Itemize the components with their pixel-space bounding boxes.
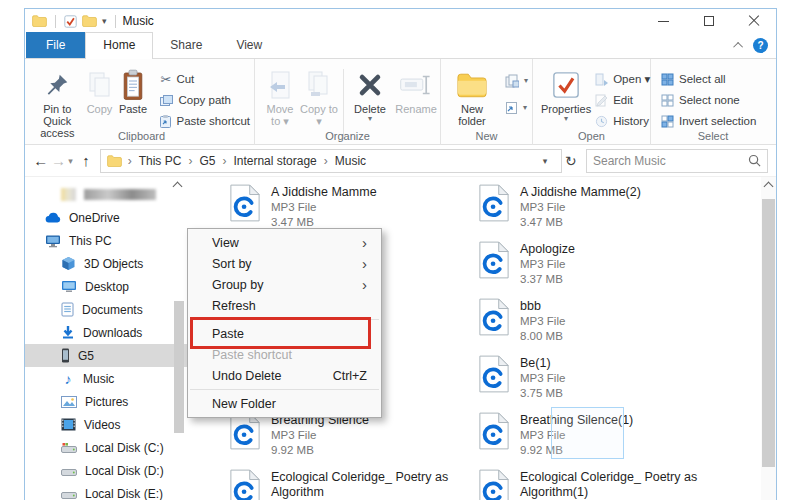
vertical-scrollbar[interactable] xyxy=(761,177,776,500)
back-button[interactable]: ← xyxy=(33,149,49,173)
file-item[interactable]: bbb MP3 File 8.00 MB xyxy=(478,298,565,344)
collapse-ribbon-icon[interactable] xyxy=(733,42,743,52)
help-icon[interactable]: ? xyxy=(753,38,768,53)
clipboard-icon xyxy=(120,67,146,103)
delete-button[interactable]: Delete ▾ xyxy=(348,65,392,123)
menu-item-undo-delete[interactable]: Undo Delete Ctrl+Z xyxy=(188,365,381,386)
close-button[interactable] xyxy=(731,9,776,33)
select-all-button[interactable]: Select all xyxy=(657,69,760,89)
breadcrumb-this-pc[interactable]: This PC xyxy=(139,154,182,168)
file-name: Be(1) xyxy=(520,356,565,371)
address-dropdown-icon[interactable]: ▾ xyxy=(543,156,555,166)
file-item[interactable]: A Jiddishe Mamme(2) MP3 File 3.47 MB xyxy=(478,184,641,230)
qat-properties-icon[interactable] xyxy=(64,15,77,28)
move-to-button[interactable]: Move to ▾ xyxy=(261,65,299,127)
up-button[interactable]: ↑ xyxy=(78,149,94,173)
maximize-icon xyxy=(704,16,714,26)
window-controls xyxy=(641,9,776,33)
sidebar-item-videos[interactable]: Videos xyxy=(25,413,191,436)
qat-new-folder-icon[interactable] xyxy=(82,15,97,27)
copy-to-button[interactable]: Copy to ▾ xyxy=(299,65,339,127)
tab-file[interactable]: File xyxy=(26,32,85,58)
explorer-window: ▾ Music File Home Share View ? xyxy=(24,8,777,500)
paste-button[interactable]: Paste xyxy=(115,65,150,115)
breadcrumb-music[interactable]: Music xyxy=(335,154,366,168)
recent-locations-dropdown-icon[interactable]: ▾ xyxy=(68,156,76,166)
file-item[interactable]: Ecological Coleridge_ Poetry as Algorith… xyxy=(478,469,705,500)
sidebar-item-local-disk-c[interactable]: Local Disk (C:) xyxy=(25,436,191,459)
sidebar-item-local-disk-d[interactable]: Local Disk (D:) xyxy=(25,459,191,482)
sidebar-item-music[interactable]: ♪ Music xyxy=(25,367,191,390)
file-item[interactable]: Ecological Coleridge_ Poetry as Algorith… xyxy=(229,469,456,500)
navigation-pane: OneDrive This PC 3D Objects Desktop xyxy=(25,177,191,500)
sidebar-scrollbar[interactable] xyxy=(173,179,185,500)
mp3-file-icon xyxy=(478,298,510,336)
sidebar-item-documents[interactable]: Documents xyxy=(25,298,191,321)
sidebar-item-censored[interactable] xyxy=(25,183,191,206)
sidebar-item-g5[interactable]: G5 xyxy=(25,344,191,367)
easy-access-button[interactable]: ▾ xyxy=(501,98,532,118)
sidebar-item-this-pc[interactable]: This PC xyxy=(25,229,191,252)
search-input[interactable] xyxy=(593,154,748,168)
address-folder-icon xyxy=(107,155,122,167)
minimize-button[interactable] xyxy=(641,9,686,33)
menu-item-group-by[interactable]: Group by › xyxy=(188,274,381,295)
tab-view[interactable]: View xyxy=(219,33,279,58)
select-none-button[interactable]: Select none xyxy=(657,90,760,110)
ribbon-group-open: Properties ▾ Open ▾ Edit xyxy=(533,59,651,145)
sidebar-item-desktop[interactable]: Desktop xyxy=(25,275,191,298)
maximize-button[interactable] xyxy=(686,9,731,33)
sidebar-scroll-up-icon[interactable] xyxy=(173,182,183,192)
pin-to-quick-access-button[interactable]: Pin to Quick access xyxy=(31,65,84,139)
sidebar-item-onedrive[interactable]: OneDrive xyxy=(25,206,191,229)
file-item[interactable]: Breathing Silence MP3 File 9.92 MB xyxy=(229,412,369,458)
file-type: MP3 File xyxy=(520,314,565,329)
menu-item-sort-by[interactable]: Sort by › xyxy=(188,253,381,274)
history-button[interactable]: History xyxy=(591,111,654,131)
properties-button[interactable]: Properties ▾ xyxy=(541,65,591,123)
sidebar-scroll-thumb[interactable] xyxy=(174,301,184,433)
sidebar-item-3d-objects[interactable]: 3D Objects xyxy=(25,252,191,275)
cut-button[interactable]: ✂ Cut xyxy=(156,69,254,89)
menu-item-new-folder[interactable]: New Folder xyxy=(188,393,381,414)
organize-separator xyxy=(343,69,344,139)
sidebar-item-downloads[interactable]: Downloads xyxy=(25,321,191,344)
copy-to-icon xyxy=(306,67,332,103)
refresh-icon[interactable]: ↻ xyxy=(564,153,578,169)
menu-item-refresh[interactable]: Refresh xyxy=(188,295,381,316)
new-folder-button[interactable]: New folder xyxy=(447,65,497,127)
sidebar-item-pictures[interactable]: Pictures xyxy=(25,390,191,413)
ribbon-group-new: New folder ▾ ▾ New xyxy=(441,59,533,145)
paste-shortcut-button[interactable]: Paste shortcut xyxy=(156,111,254,131)
rename-button[interactable]: Rename xyxy=(392,65,440,115)
copy-button[interactable]: Copy xyxy=(84,65,116,115)
open-button[interactable]: Open ▾ xyxy=(591,69,654,89)
open-icon xyxy=(595,73,608,86)
mp3-file-icon xyxy=(478,412,510,450)
censored-icon xyxy=(61,188,76,201)
invert-selection-button[interactable]: Invert selection xyxy=(657,111,760,131)
group-label-open: Open xyxy=(533,130,650,142)
pushpin-icon xyxy=(44,67,70,103)
menu-item-paste[interactable]: Paste xyxy=(188,323,381,344)
new-item-button[interactable]: ▾ xyxy=(501,71,532,91)
file-item[interactable]: Be(1) MP3 File 3.75 MB xyxy=(478,355,565,401)
file-item[interactable]: A Jiddishe Mamme MP3 File 3.47 MB xyxy=(229,184,377,230)
scroll-up-icon[interactable] xyxy=(764,182,774,192)
tab-share[interactable]: Share xyxy=(153,33,219,58)
file-item[interactable]: Apologize MP3 File 3.37 MB xyxy=(478,241,575,287)
3d-objects-icon xyxy=(61,256,76,271)
search-icon[interactable] xyxy=(748,154,761,167)
copy-path-button[interactable]: Copy path xyxy=(156,90,254,110)
scroll-thumb[interactable] xyxy=(762,199,775,467)
address-box[interactable]: › This PC › G5 › Internal storage › Musi… xyxy=(100,149,562,173)
breadcrumb-internal-storage[interactable]: Internal storage xyxy=(233,154,316,168)
menu-item-view[interactable]: View › xyxy=(188,232,381,253)
sidebar-item-local-disk-e[interactable]: Local Disk (E:) xyxy=(25,482,191,500)
tab-home[interactable]: Home xyxy=(85,32,153,59)
edit-button[interactable]: Edit xyxy=(591,90,654,110)
menu-item-paste-shortcut[interactable]: Paste shortcut xyxy=(188,344,381,365)
forward-button[interactable]: → xyxy=(51,149,67,173)
breadcrumb-g5[interactable]: G5 xyxy=(199,154,215,168)
qat-customize-dropdown-icon[interactable]: ▾ xyxy=(102,17,107,26)
